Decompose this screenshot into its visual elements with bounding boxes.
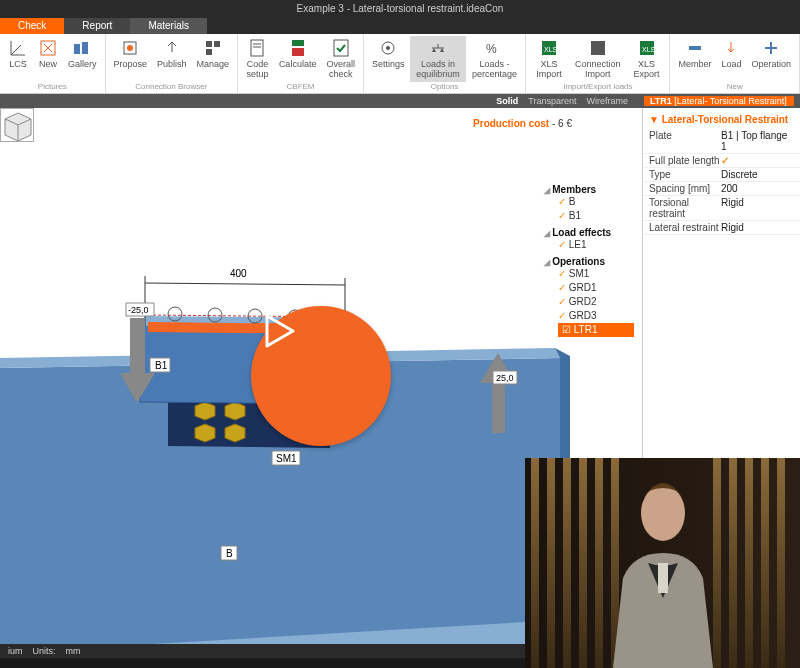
svg-marker-62 bbox=[267, 316, 293, 346]
svg-rect-10 bbox=[206, 49, 212, 55]
tree-loads[interactable]: Load effects bbox=[544, 227, 634, 238]
svg-rect-15 bbox=[292, 48, 304, 56]
prop-type[interactable]: Discrete bbox=[721, 169, 794, 180]
tree-item-ltr1[interactable]: LTR1 bbox=[558, 323, 634, 337]
label-sm1b: SM1 bbox=[276, 453, 297, 464]
settings-button[interactable]: Settings bbox=[368, 36, 409, 82]
operation-button[interactable]: Operation bbox=[747, 36, 795, 82]
tree-members[interactable]: Members bbox=[544, 184, 634, 195]
loads-equilibrium-button[interactable]: Loads in equilibrium bbox=[410, 36, 465, 82]
propose-button[interactable]: Propose bbox=[110, 36, 152, 82]
svg-text:XLS: XLS bbox=[642, 46, 656, 53]
tree-item-grd1[interactable]: GRD1 bbox=[558, 281, 634, 295]
svg-point-18 bbox=[386, 46, 390, 50]
svg-rect-64 bbox=[658, 563, 668, 593]
dim-neg25a: -25,0 bbox=[128, 305, 149, 315]
title-bar: Example 3 - Lateral-torsional restraint.… bbox=[0, 0, 800, 18]
tree-item-grd3[interactable]: GRD3 bbox=[558, 309, 634, 323]
play-button[interactable] bbox=[251, 306, 391, 446]
label-b1: B1 bbox=[155, 360, 167, 371]
tree-item-le1[interactable]: LE1 bbox=[558, 238, 634, 252]
view-wireframe[interactable]: Wireframe bbox=[586, 96, 628, 106]
dim-25: 25,0 bbox=[496, 373, 514, 383]
svg-rect-11 bbox=[251, 40, 263, 56]
svg-rect-5 bbox=[82, 42, 88, 54]
tree-item-b[interactable]: B bbox=[558, 195, 634, 209]
member-button[interactable]: Member bbox=[674, 36, 715, 82]
xls-import-button[interactable]: XLSXLS Import bbox=[530, 36, 567, 82]
view-transparent[interactable]: Transparent bbox=[528, 96, 576, 106]
svg-rect-27 bbox=[689, 46, 701, 50]
svg-rect-8 bbox=[206, 41, 212, 47]
tree-item-sm1[interactable]: SM1 bbox=[558, 267, 634, 281]
prop-plate[interactable]: B1 | Top flange 1 bbox=[721, 130, 794, 152]
svg-marker-37 bbox=[225, 424, 245, 442]
load-button[interactable]: Load bbox=[717, 36, 745, 82]
code-setup-button[interactable]: Code setup bbox=[242, 36, 273, 82]
xls-export-button[interactable]: XLSXLS Export bbox=[628, 36, 666, 82]
svg-point-7 bbox=[127, 45, 133, 51]
tab-report[interactable]: Report bbox=[64, 18, 130, 34]
ribbon: LCS New Gallery Pictures Propose Publish… bbox=[0, 34, 800, 94]
play-icon bbox=[251, 306, 301, 356]
view-mode-bar: Solid Transparent Wireframe LTR1 [Latera… bbox=[0, 94, 800, 108]
svg-marker-36 bbox=[195, 424, 215, 442]
presenter-icon bbox=[588, 468, 738, 668]
lcs-button[interactable]: LCS bbox=[4, 36, 32, 82]
svg-rect-14 bbox=[292, 40, 304, 46]
svg-marker-34 bbox=[195, 402, 215, 420]
svg-line-41 bbox=[145, 283, 345, 285]
svg-rect-9 bbox=[214, 41, 220, 47]
svg-rect-4 bbox=[74, 44, 80, 54]
publish-button[interactable]: Publish bbox=[153, 36, 191, 82]
model-tree: Members B B1 Load effects LE1 Operations… bbox=[544, 180, 634, 337]
status-units-label: Units: bbox=[33, 646, 56, 656]
tab-materials[interactable]: Materials bbox=[130, 18, 207, 34]
presenter-overlay bbox=[525, 458, 800, 668]
main-tabs: Check Report Materials bbox=[0, 18, 800, 34]
svg-line-2 bbox=[11, 45, 21, 55]
new-button[interactable]: New bbox=[34, 36, 62, 82]
tree-item-b1[interactable]: B1 bbox=[558, 209, 634, 223]
prop-full-length[interactable]: ✓ bbox=[721, 155, 794, 166]
props-title[interactable]: Lateral-Torsional Restraint bbox=[643, 108, 800, 129]
svg-point-63 bbox=[641, 485, 685, 541]
view-cube[interactable] bbox=[0, 108, 34, 142]
status-left: ium bbox=[8, 646, 23, 656]
prop-torsional[interactable]: Rigid bbox=[721, 197, 794, 219]
loads-percentage-button[interactable]: %Loads - percentage bbox=[468, 36, 522, 82]
svg-rect-24 bbox=[591, 41, 605, 55]
connection-import-button[interactable]: Connection Import bbox=[570, 36, 626, 82]
overall-check-button[interactable]: Overall check bbox=[322, 36, 359, 82]
tree-item-grd2[interactable]: GRD2 bbox=[558, 295, 634, 309]
svg-text:XLS: XLS bbox=[544, 46, 558, 53]
dim-400: 400 bbox=[230, 268, 247, 279]
manage-button[interactable]: Manage bbox=[193, 36, 234, 82]
svg-text:%: % bbox=[486, 42, 497, 56]
gallery-button[interactable]: Gallery bbox=[64, 36, 101, 82]
selection-tag: LTR1 [Lateral- Torsional Restraint] bbox=[644, 96, 794, 106]
status-units-value: mm bbox=[66, 646, 81, 656]
view-solid[interactable]: Solid bbox=[496, 96, 518, 106]
tab-check[interactable]: Check bbox=[0, 18, 64, 34]
production-cost: Production cost - 6 € bbox=[473, 118, 572, 129]
calculate-button[interactable]: Calculate bbox=[275, 36, 321, 82]
tree-operations[interactable]: Operations bbox=[544, 256, 634, 267]
prop-lateral[interactable]: Rigid bbox=[721, 222, 794, 233]
svg-rect-16 bbox=[334, 40, 348, 56]
svg-marker-35 bbox=[225, 402, 245, 420]
label-b: B bbox=[226, 548, 233, 559]
prop-spacing[interactable]: 200 bbox=[721, 183, 794, 194]
